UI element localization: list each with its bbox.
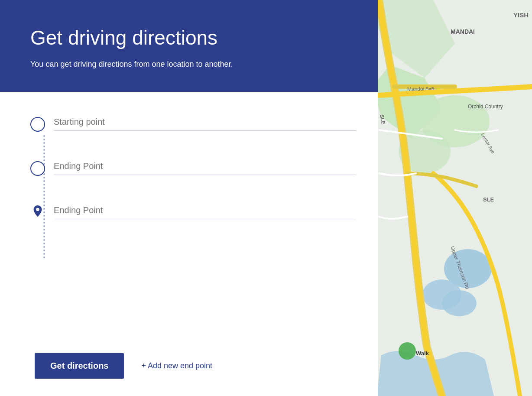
ending-point-1-row [30,158,356,176]
svg-point-21 [36,208,39,211]
form-fields [30,114,356,344]
svg-text:Orchid Country: Orchid Country [468,104,503,110]
svg-text:Mandai Ave: Mandai Ave [407,85,435,92]
main-panel: Get driving directions You can get drivi… [0,0,378,396]
ending-point-2-pin-icon [30,205,45,220]
starting-point-icon [30,117,45,132]
panel-header: Get driving directions You can get drivi… [0,0,378,92]
buttons-row: Get directions + Add new end point [30,353,356,379]
svg-text:SLE: SLE [483,196,494,203]
svg-text:Walk: Walk [416,350,429,357]
page-subtitle: You can get driving directions from one … [30,58,282,70]
ending-point-1-icon [30,161,45,176]
add-endpoint-button[interactable]: + Add new end point [141,358,212,374]
svg-text:YISH: YISH [513,11,529,19]
svg-point-7 [442,290,477,316]
starting-point-input[interactable] [54,114,356,131]
svg-text:MANDAI: MANDAI [451,28,475,35]
page-title: Get driving directions [30,26,356,50]
ending-point-2-input[interactable] [54,202,356,219]
starting-point-input-wrap [54,114,356,131]
panel-body: Get directions + Add new end point [0,92,378,396]
ending-point-2-input-wrap [54,202,356,219]
starting-point-row [30,114,356,132]
ending-point-2-row [30,202,356,220]
get-directions-button[interactable]: Get directions [35,353,124,379]
svg-point-8 [399,342,416,360]
ending-point-1-input-wrap [54,158,356,175]
ending-point-1-input[interactable] [54,158,356,175]
